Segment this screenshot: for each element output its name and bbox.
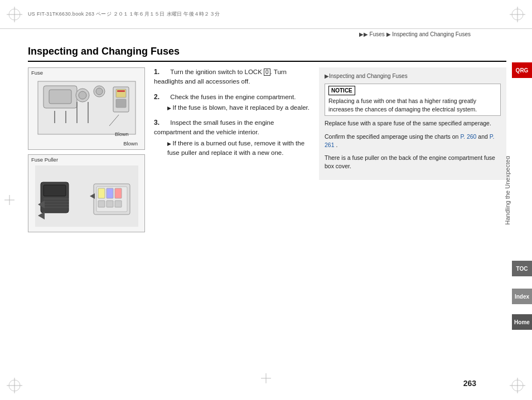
svg-rect-18: [49, 90, 71, 104]
instruction-text-1: Turn the ignition switch to LOCK 0. Turn…: [154, 69, 287, 85]
qrg-button[interactable]: QRG: [512, 62, 532, 78]
breadcrumb-part2: Inspecting and Changing Fuses: [392, 31, 471, 37]
instruction-1: 1. Turn the ignition switch to LOCK 0. T…: [154, 67, 310, 87]
svg-rect-44: [98, 188, 105, 198]
breadcrumb-arrow2: ▶: [386, 31, 391, 37]
svg-rect-35: [43, 185, 66, 196]
svg-point-22: [96, 88, 103, 95]
breadcrumb-arrow1: ▶▶: [359, 31, 368, 37]
right-panel: ▶Inspecting and Changing Fuses NOTICE Re…: [319, 67, 506, 180]
home-button[interactable]: Home: [512, 314, 532, 330]
instruction-sub-3: If there is a burned out fuse, remove it…: [167, 139, 310, 158]
notice-box: NOTICE Replacing a fuse with one that ha…: [325, 84, 501, 116]
svg-text:Blown: Blown: [115, 131, 129, 137]
instructions-column: 1. Turn the ignition switch to LOCK 0. T…: [154, 67, 310, 163]
toc-button[interactable]: TOC: [512, 261, 532, 276]
svg-rect-25: [116, 99, 126, 108]
svg-rect-47: [98, 201, 105, 207]
index-button[interactable]: Index: [512, 289, 532, 304]
right-panel-title: ▶Inspecting and Changing Fuses: [325, 72, 501, 80]
instruction-text-3: Inspect the small fuses in the engine co…: [154, 119, 274, 135]
top-bar: US FIT-31TK6630.book 263 ページ ２０１１年６月１５日 …: [0, 0, 532, 29]
diagrams-column: Fuse: [28, 67, 145, 237]
svg-rect-48: [107, 201, 113, 207]
svg-rect-49: [115, 201, 122, 207]
instruction-num-2: 2.: [154, 93, 159, 101]
instruction-num-1: 1.: [154, 68, 159, 76]
right-panel-para2: Confirm the specified amperage using the…: [325, 133, 501, 149]
right-panel-para1: Replace fuse with a spare fuse of the sa…: [325, 119, 501, 128]
instruction-2: 2. Check the fuses in the engine compart…: [154, 92, 310, 113]
page-title: Inspecting and Changing Fuses: [28, 46, 506, 62]
breadcrumb: ▶▶ Fuses ▶ Inspecting and Changing Fuses: [359, 31, 471, 37]
top-bar-text: US FIT-31TK6630.book 263 ページ ２０１１年６月１５日 …: [28, 11, 220, 18]
fuse-diagram-label: Fuse: [28, 68, 144, 76]
fuse-puller-label: Fuse Puller: [28, 155, 144, 163]
breadcrumb-part1: Fuses: [370, 31, 385, 37]
notice-text: Replacing a fuse with one that has a hig…: [328, 97, 497, 114]
corner-mark-br: [510, 378, 525, 393]
notice-label: NOTICE: [328, 86, 355, 95]
crosshair-bottom: [261, 373, 271, 383]
fuse-diagram-img: Blown: [28, 76, 144, 142]
instruction-sub-2: If the fuse is blown, have it replaced b…: [167, 103, 310, 113]
svg-rect-26: [117, 90, 125, 92]
content-columns: Fuse: [28, 67, 506, 237]
crosshair-left: [4, 195, 14, 205]
right-panel-para3: There is a fuse puller on the back of th…: [325, 154, 501, 170]
instruction-num-3: 3.: [154, 119, 159, 126]
svg-rect-46: [115, 188, 122, 198]
svg-rect-45: [107, 188, 113, 198]
main-content: Inspecting and Changing Fuses Fuse: [28, 46, 506, 372]
fuse-diagram-box: Fuse: [28, 67, 145, 150]
instruction-text-2: Check the fuses in the engine compartmen…: [170, 94, 296, 100]
page-number: 263: [463, 379, 476, 388]
svg-point-20: [79, 91, 86, 99]
fuse-puller-diagram-img: [28, 163, 144, 230]
blown-label: Blown: [123, 140, 138, 147]
instruction-3: 3. Inspect the small fuses in the engine…: [154, 118, 310, 158]
fuse-puller-diagram-box: Fuse Puller: [28, 154, 145, 232]
link-p260[interactable]: P. 260: [460, 133, 478, 140]
corner-mark-bl: [7, 378, 22, 393]
